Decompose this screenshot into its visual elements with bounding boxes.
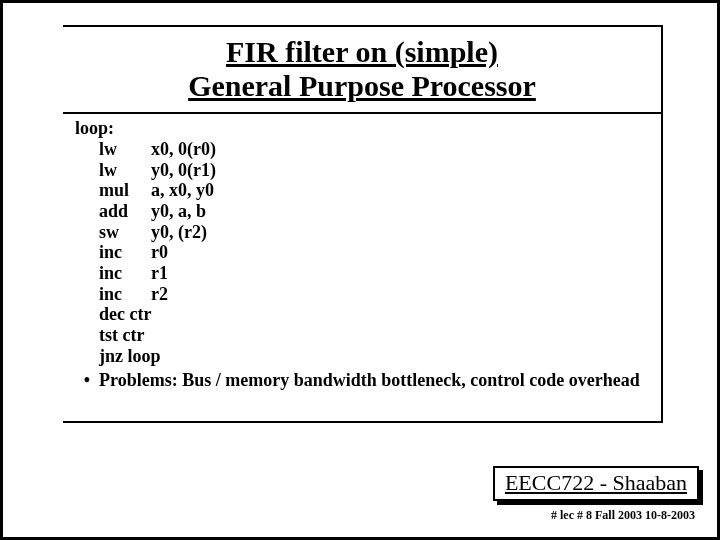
code-line: dec ctr [75,304,653,325]
operands: a, x0, y0 [151,180,214,200]
mnemonic: add [99,201,151,222]
footer-box: EECC722 - Shaaban [493,466,699,501]
operands: r2 [151,284,168,304]
code-line: jnz loop [75,346,653,367]
mnemonic: inc [99,263,151,284]
code-block: loop: lwx0, 0(r0) lwy0, 0(r1) mula, x0, … [63,114,661,395]
code-line: lwx0, 0(r0) [75,139,653,160]
code-line: incr1 [75,263,653,284]
code-line: mula, x0, y0 [75,180,653,201]
code-line: swy0, (r2) [75,222,653,243]
operands: y0, a, b [151,201,206,221]
code-line: addy0, a, b [75,201,653,222]
operands: y0, (r2) [151,222,207,242]
code-line: tst ctr [75,325,653,346]
operands: r0 [151,242,168,262]
operands: y0, 0(r1) [151,160,216,180]
loop-label: loop: [75,118,653,139]
mnemonic: dec ctr [99,304,151,324]
code-line: incr0 [75,242,653,263]
code-line: incr2 [75,284,653,305]
footer-text: EECC722 - Shaaban [493,466,699,501]
mnemonic: jnz loop [99,346,161,366]
content-box: FIR filter on (simple) General Purpose P… [63,25,663,423]
bullet-item: • Problems: Bus / memory bandwidth bottl… [75,366,653,391]
bullet-dot-icon: • [75,370,99,391]
mnemonic: inc [99,284,151,305]
mnemonic: lw [99,160,151,181]
subfooter-text: # lec # 8 Fall 2003 10-8-2003 [551,508,695,523]
title-line-2: General Purpose Processor [188,69,536,102]
mnemonic: sw [99,222,151,243]
operands: r1 [151,263,168,283]
mnemonic: mul [99,180,151,201]
bullet-text: Problems: Bus / memory bandwidth bottlen… [99,370,640,391]
slide-frame: FIR filter on (simple) General Purpose P… [0,0,720,540]
slide-title: FIR filter on (simple) General Purpose P… [63,27,661,114]
mnemonic: lw [99,139,151,160]
mnemonic: tst ctr [99,325,144,345]
title-line-1: FIR filter on (simple) [226,35,498,68]
code-line: lwy0, 0(r1) [75,160,653,181]
operands: x0, 0(r0) [151,139,216,159]
mnemonic: inc [99,242,151,263]
